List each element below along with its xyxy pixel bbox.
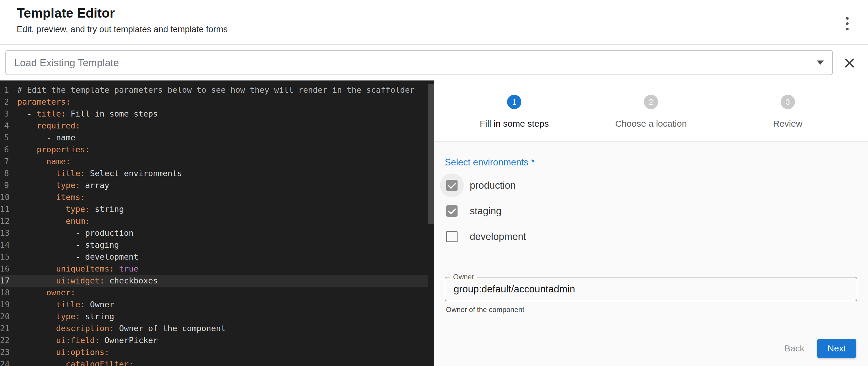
checkbox-group: productionstagingdevelopment bbox=[445, 173, 857, 249]
line-content: items: bbox=[17, 191, 428, 203]
checkbox-option-development[interactable]: development bbox=[440, 224, 857, 249]
code-line[interactable]: 16 uniqueItems: true bbox=[0, 263, 428, 275]
line-content: # Edit the template parameters below to … bbox=[17, 84, 428, 96]
code-line[interactable]: 23 ui:options: bbox=[0, 346, 428, 358]
caret-down-icon[interactable] bbox=[817, 61, 824, 65]
line-content: - production bbox=[17, 227, 428, 239]
line-number: 11 bbox=[0, 203, 17, 215]
wizard-footer: Back Next bbox=[434, 335, 868, 366]
checkbox-box bbox=[446, 231, 458, 242]
group-label-text: Select environments bbox=[445, 157, 528, 167]
line-content: uniqueItems: true bbox=[17, 263, 428, 275]
back-button[interactable]: Back bbox=[777, 339, 812, 358]
line-number: 14 bbox=[0, 239, 17, 251]
line-number: 8 bbox=[0, 167, 17, 179]
line-content: required: bbox=[17, 120, 428, 132]
code-line[interactable]: 4 required: bbox=[0, 120, 428, 132]
owner-field-wrap: Owner group:default/accountadmin Owner o… bbox=[445, 277, 857, 314]
code-line[interactable]: 14 - staging bbox=[0, 239, 428, 251]
page-header: Template Editor Edit, preview, and try o… bbox=[0, 0, 868, 45]
code-line[interactable]: 3 - title: Fill in some steps bbox=[0, 108, 428, 120]
step-number-badge: 1 bbox=[507, 95, 521, 109]
line-number: 4 bbox=[0, 120, 17, 132]
line-number: 19 bbox=[0, 299, 17, 311]
step-label: Review bbox=[773, 119, 802, 129]
main-split: 1# Edit the template parameters below to… bbox=[0, 81, 868, 366]
code-line[interactable]: 13 - production bbox=[0, 227, 428, 239]
checkbox-box bbox=[446, 180, 458, 191]
code-line[interactable]: 21 description: Owner of the component bbox=[0, 323, 428, 334]
form-preview-pane: 1Fill in some steps2Choose a location3Re… bbox=[434, 81, 868, 366]
kebab-dot bbox=[846, 17, 848, 20]
line-number: 22 bbox=[0, 334, 17, 346]
line-number: 23 bbox=[0, 346, 17, 358]
line-content: type: string bbox=[17, 311, 428, 323]
kebab-menu-icon[interactable] bbox=[841, 13, 853, 34]
scrollbar-thumb[interactable] bbox=[428, 84, 434, 224]
line-content: title: Owner bbox=[17, 299, 428, 311]
page-title: Template Editor bbox=[17, 5, 228, 21]
owner-input[interactable]: group:default/accountadmin bbox=[445, 277, 857, 301]
next-button[interactable]: Next bbox=[817, 339, 856, 358]
template-editor-page: Template Editor Edit, preview, and try o… bbox=[0, 0, 868, 366]
line-content: owner: bbox=[17, 287, 428, 299]
line-number: 16 bbox=[0, 263, 17, 275]
form-section: Select environments * productionstagingd… bbox=[434, 142, 868, 335]
line-content: - title: Fill in some steps bbox=[17, 108, 428, 120]
checkbox-label: development bbox=[470, 231, 526, 242]
line-number: 1 bbox=[0, 84, 17, 96]
step-label: Choose a location bbox=[615, 119, 687, 129]
stepper-step-1: 1Fill in some steps bbox=[446, 95, 583, 129]
required-marker: * bbox=[528, 157, 535, 167]
line-number: 13 bbox=[0, 227, 17, 239]
line-content: properties: bbox=[17, 144, 428, 156]
line-content: type: array bbox=[17, 179, 428, 191]
code-lines: 1# Edit the template parameters below to… bbox=[0, 84, 428, 366]
code-line[interactable]: 6 properties: bbox=[0, 144, 428, 156]
code-line[interactable]: 19 title: Owner bbox=[0, 299, 428, 311]
load-template-select[interactable]: Load Existing Template bbox=[5, 50, 833, 75]
code-line[interactable]: 2parameters: bbox=[0, 96, 428, 108]
code-line[interactable]: 18 owner: bbox=[0, 287, 428, 299]
line-number: 2 bbox=[0, 96, 17, 108]
code-line[interactable]: 11 type: string bbox=[0, 203, 428, 215]
checkbox-box bbox=[446, 205, 458, 217]
code-line[interactable]: 8 title: Select environments bbox=[0, 167, 428, 179]
checkbox-unchecked-icon[interactable] bbox=[440, 225, 464, 249]
page-header-text: Template Editor Edit, preview, and try o… bbox=[17, 5, 228, 44]
stepper: 1Fill in some steps2Choose a location3Re… bbox=[434, 81, 868, 142]
code-line[interactable]: 9 type: array bbox=[0, 179, 428, 191]
code-line[interactable]: 5 - name bbox=[0, 132, 428, 144]
checkbox-group-label: Select environments * bbox=[445, 157, 857, 168]
stepper-step-2: 2Choose a location bbox=[583, 95, 719, 129]
code-line[interactable]: 1# Edit the template parameters below to… bbox=[0, 84, 428, 96]
code-line[interactable]: 10 items: bbox=[0, 191, 428, 203]
stepper-connector bbox=[527, 102, 638, 102]
line-number: 5 bbox=[0, 132, 17, 144]
code-line[interactable]: 7 name: bbox=[0, 156, 428, 167]
code-line[interactable]: 12 enum: bbox=[0, 215, 428, 227]
line-content: enum: bbox=[17, 215, 428, 227]
line-content: type: string bbox=[17, 203, 428, 215]
code-line[interactable]: 24 catalogFilter: bbox=[0, 358, 428, 366]
kebab-dot bbox=[846, 22, 848, 25]
line-content: catalogFilter: bbox=[17, 358, 428, 366]
code-line[interactable]: 20 type: string bbox=[0, 311, 428, 323]
code-line[interactable]: 22 ui:field: OwnerPicker bbox=[0, 334, 428, 346]
line-content: - development bbox=[17, 251, 428, 263]
line-number: 9 bbox=[0, 179, 17, 191]
line-number: 15 bbox=[0, 251, 17, 263]
line-content: title: Select environments bbox=[17, 167, 428, 179]
code-line[interactable]: 17 ui:widget: checkboxes bbox=[0, 275, 428, 287]
checkbox-option-production[interactable]: production bbox=[440, 173, 857, 198]
close-icon[interactable]: × bbox=[840, 51, 859, 74]
stepper-connector bbox=[664, 102, 775, 102]
checkbox-option-staging[interactable]: staging bbox=[440, 198, 857, 224]
code-editor[interactable]: 1# Edit the template parameters below to… bbox=[0, 81, 434, 366]
editor-scrollbar[interactable] bbox=[428, 84, 434, 366]
line-content: - staging bbox=[17, 239, 428, 251]
checkbox-checked-icon[interactable] bbox=[440, 174, 464, 197]
line-number: 3 bbox=[0, 108, 17, 120]
checkbox-checked-icon[interactable] bbox=[440, 199, 464, 223]
code-line[interactable]: 15 - development bbox=[0, 251, 428, 263]
